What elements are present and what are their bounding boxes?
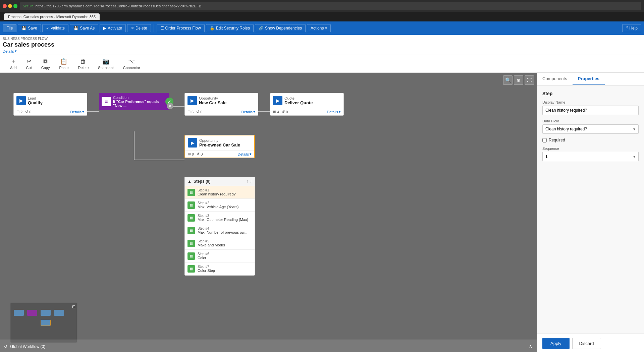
stage-lead-info: Lead Qualify bbox=[28, 96, 43, 105]
global-workflow-bar: ↺ Global Workflow (0) ∧ bbox=[0, 340, 537, 352]
save-btn[interactable]: 💾 Save bbox=[18, 24, 41, 32]
step-2-info: Step #2 Max. Vehicle Age (Years) bbox=[198, 201, 252, 209]
panel-section-title: Step bbox=[542, 91, 639, 96]
pre-details-btn[interactable]: Details ▾ bbox=[237, 152, 252, 156]
stage-opportunity-new-type: Opportunity bbox=[199, 96, 226, 100]
stage-lead-header: ▶ Lead Qualify bbox=[14, 93, 87, 108]
zoom-in-icon: ⊕ bbox=[517, 77, 521, 83]
step-2-label: Max. Vehicle Age (Years) bbox=[198, 205, 252, 209]
window-controls bbox=[3, 4, 17, 8]
stage-opportunity-new[interactable]: ▶ Opportunity New Car Sale ⊞ 6 ↺ 0 Detai… bbox=[184, 93, 258, 116]
delete-icon-btn[interactable]: 🗑 Delete bbox=[73, 57, 94, 71]
stage-quote[interactable]: ▶ Quote Deliver Quote ⊞ 4 ↺ 0 Details bbox=[270, 93, 344, 116]
delete-btn[interactable]: ✕ Delete bbox=[127, 24, 151, 32]
step-item-7[interactable]: ▦ Step #7 Color Step bbox=[185, 262, 255, 275]
close-window-btn[interactable] bbox=[3, 4, 7, 8]
url-text: https://trial1705.crm.dynamics.com/Tools… bbox=[36, 4, 201, 8]
maximize-window-btn[interactable] bbox=[13, 4, 17, 8]
copy-btn[interactable]: ⧉ Copy bbox=[37, 57, 55, 71]
lead-details-btn[interactable]: Details ▾ bbox=[70, 110, 84, 114]
global-workflow-expand-btn[interactable]: ∧ bbox=[529, 343, 533, 350]
steps-panel-header: ▲ Steps (9) ↑ ↓ bbox=[185, 177, 255, 186]
canvas-area[interactable]: 🔍 ⊕ ⛶ ▶ Lead Qualify ⊞ bbox=[0, 73, 537, 352]
data-field-select[interactable]: Clean history required? bbox=[542, 124, 639, 134]
zoom-out-btn[interactable]: 🔍 bbox=[503, 75, 513, 85]
steps-triangle-icon: ▲ bbox=[187, 179, 192, 184]
browser-tab[interactable]: Process: Car sales process - Microsoft D… bbox=[4, 13, 100, 20]
stage-lead-icon: ▶ bbox=[16, 96, 26, 105]
sort-up-icon[interactable]: ↑ bbox=[247, 179, 249, 184]
edit-security-roles-btn[interactable]: 🔒 Edit Security Roles bbox=[206, 24, 254, 32]
step-grid-icon: ▦ bbox=[190, 203, 193, 207]
sub-toolbar: BUSINESS PROCESS FLOW Car sales process … bbox=[0, 35, 644, 73]
tab-properties[interactable]: Properties bbox=[573, 73, 605, 85]
activate-btn[interactable]: ▶ Activate bbox=[100, 24, 126, 32]
step-item-4[interactable]: ▦ Step #4 Max. Number of previous ow... bbox=[185, 224, 255, 237]
step-item-6[interactable]: ▦ Step #6 Color bbox=[185, 250, 255, 262]
copy-icon: ⧉ bbox=[43, 58, 48, 65]
connector-btn[interactable]: ⌥ Connector bbox=[118, 56, 145, 71]
stage-condition[interactable]: ≡ Condition If "Car Preference" equals "… bbox=[99, 93, 169, 110]
zoom-in-btn[interactable]: ⊕ bbox=[514, 75, 523, 85]
step-item-2[interactable]: ▦ Step #2 Max. Vehicle Age (Years) bbox=[185, 199, 255, 212]
stage-opportunity-pre[interactable]: ▶ Opportunity Pre-owned Car Sale ⊞ 9 ↺ 0… bbox=[184, 135, 255, 158]
snapshot-btn[interactable]: 📷 Snapshot bbox=[93, 56, 118, 71]
quote-flow-badge: ↺ 0 bbox=[282, 110, 288, 114]
data-field-label: Data Field bbox=[542, 119, 639, 123]
step-6-num: Step #6 bbox=[198, 252, 252, 256]
stage-quote-icon: ▶ bbox=[273, 96, 282, 105]
step-item-1[interactable]: ▦ Step #1 Clean history required? bbox=[185, 186, 255, 199]
opportunity-new-sym: ▶ bbox=[191, 98, 194, 103]
connector-icon: ⌥ bbox=[128, 58, 135, 65]
paste-btn[interactable]: 📋 Paste bbox=[54, 56, 73, 71]
zoom-out-icon: 🔍 bbox=[505, 77, 511, 83]
stage-quote-footer: ⊞ 4 ↺ 0 Details ▾ bbox=[270, 108, 343, 115]
step-5-icon: ▦ bbox=[187, 240, 195, 247]
security-icon: 🔒 bbox=[210, 26, 215, 31]
fit-screen-btn[interactable]: ⛶ bbox=[525, 75, 534, 85]
steps-sort: ↑ ↓ bbox=[247, 179, 252, 184]
step-7-info: Step #7 Color Step bbox=[198, 265, 252, 273]
delete-icon: ✕ bbox=[131, 26, 134, 31]
show-dependencies-btn[interactable]: 🔗 Show Dependencies bbox=[255, 24, 306, 32]
panel-actions: Apply Discard bbox=[537, 334, 644, 352]
actions-btn[interactable]: Actions ▾ bbox=[307, 24, 331, 32]
order-process-flow-btn[interactable]: ☰ Order Process Flow bbox=[157, 24, 205, 32]
opp-new-details-btn[interactable]: Details ▾ bbox=[241, 110, 255, 114]
paste-icon: 📋 bbox=[60, 58, 67, 65]
sequence-label: Sequence bbox=[542, 146, 639, 151]
file-menu-btn[interactable]: File bbox=[3, 24, 16, 32]
step-5-label: Make and Model bbox=[198, 243, 252, 247]
address-bar[interactable]: Secure https://trial1705.crm.dynamics.co… bbox=[20, 2, 641, 10]
breadcrumb: BUSINESS PROCESS FLOW bbox=[3, 36, 644, 41]
step-item-3[interactable]: ▦ Step #3 Max. Odometer Reading (Max) bbox=[185, 212, 255, 224]
step-4-icon: ▦ bbox=[187, 227, 195, 234]
save-as-btn[interactable]: 💾 Save As bbox=[70, 24, 98, 32]
add-btn[interactable]: + Add bbox=[5, 57, 21, 71]
apply-btn[interactable]: Apply bbox=[542, 338, 570, 349]
cut-btn[interactable]: ✂ Cut bbox=[21, 56, 37, 71]
display-name-input[interactable] bbox=[542, 106, 639, 115]
save-icon: 💾 bbox=[21, 26, 26, 31]
chevron-down-icon: ▾ bbox=[253, 110, 255, 114]
sort-down-icon[interactable]: ↓ bbox=[250, 179, 252, 184]
stage-quote-name: Deliver Quote bbox=[284, 100, 313, 105]
details-link[interactable]: Details ▾ bbox=[3, 49, 644, 55]
step-item-5[interactable]: ▦ Step #5 Make and Model bbox=[185, 237, 255, 250]
step-3-icon: ▦ bbox=[187, 214, 195, 222]
stage-lead[interactable]: ▶ Lead Qualify ⊞ 2 ↺ 0 Details ▾ bbox=[13, 93, 87, 116]
minimize-window-btn[interactable] bbox=[8, 4, 12, 8]
discard-btn[interactable]: Discard bbox=[572, 338, 601, 349]
required-checkbox[interactable] bbox=[542, 138, 547, 142]
minimap-expand-btn[interactable]: ⊡ bbox=[72, 304, 75, 309]
quote-details-btn[interactable]: Details ▾ bbox=[327, 110, 341, 114]
validate-btn[interactable]: ✓ Validate bbox=[42, 24, 68, 32]
steps-icon: ⊞ bbox=[187, 110, 191, 114]
step-grid-icon: ▦ bbox=[190, 229, 193, 232]
required-row: Required bbox=[542, 138, 639, 142]
step-3-num: Step #3 bbox=[198, 214, 252, 218]
help-btn[interactable]: ? Help bbox=[622, 24, 641, 32]
sequence-select[interactable]: 123456789 bbox=[542, 152, 639, 161]
stage-opportunity-new-footer: ⊞ 6 ↺ 0 Details ▾ bbox=[185, 108, 258, 115]
tab-components[interactable]: Components bbox=[537, 73, 573, 85]
